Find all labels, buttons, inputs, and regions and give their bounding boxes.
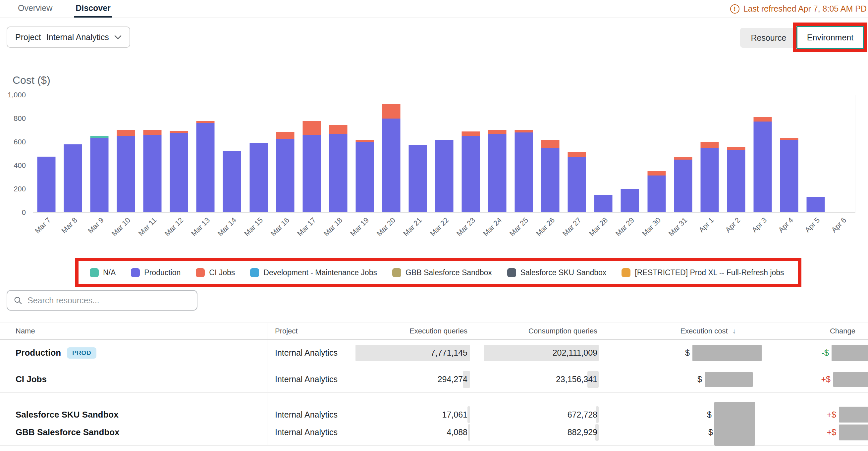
- project-dropdown[interactable]: Project Internal Analytics: [7, 27, 130, 48]
- legend-swatch: [507, 268, 516, 277]
- row-name-cell[interactable]: GBB Salesforce Sandbox: [0, 419, 267, 445]
- bar-group[interactable]: Apr 3: [749, 95, 776, 212]
- resource-name: Salesforce SKU Sandbox: [16, 410, 119, 420]
- bar-group[interactable]: Mar 23: [458, 95, 484, 212]
- bar-group[interactable]: Mar 20: [378, 95, 404, 212]
- row-name-cell[interactable]: CI Jobs: [0, 366, 267, 392]
- x-axis-label: Mar 16: [269, 216, 291, 238]
- x-axis-label: Mar 12: [163, 216, 185, 238]
- legend-item[interactable]: Production: [131, 268, 181, 277]
- bar-group[interactable]: Mar 15: [246, 95, 272, 212]
- table-row[interactable]: Salesforce SKU SandboxInternal Analytics…: [0, 393, 868, 419]
- bar-group[interactable]: Apr 1: [696, 95, 723, 212]
- tab-discover[interactable]: Discover: [74, 0, 112, 18]
- execution-queries-value: 7,771,145: [431, 348, 467, 358]
- bar-group[interactable]: Mar 8: [60, 95, 86, 212]
- redacted-value: [839, 424, 868, 441]
- bar-group[interactable]: Apr 4: [776, 95, 802, 212]
- legend-item[interactable]: CI Jobs: [196, 268, 235, 277]
- chevron-down-icon: [114, 35, 122, 39]
- bar-group[interactable]: Mar 24: [484, 95, 510, 212]
- legend-item[interactable]: N/A: [90, 268, 116, 277]
- bar-group[interactable]: Mar 9: [86, 95, 113, 212]
- bar-group[interactable]: Mar 21: [404, 95, 431, 212]
- change-prefix: -$: [822, 348, 829, 358]
- row-project-cell: Internal Analytics: [267, 375, 394, 384]
- bar-group[interactable]: Mar 16: [272, 95, 299, 212]
- legend-label: CI Jobs: [209, 268, 235, 277]
- bar-segment-ci-jobs: [541, 140, 560, 148]
- column-header-execution-queries[interactable]: Execution queries: [394, 323, 473, 340]
- legend-item[interactable]: [RESTRICTED] Prod XL -- Full-Refresh job…: [621, 268, 784, 277]
- x-axis-label: Apr 6: [830, 216, 848, 234]
- search-input[interactable]: [28, 296, 191, 305]
- bar-segment-ci-jobs: [144, 130, 162, 135]
- legend-swatch: [250, 268, 259, 277]
- bar-segment-production: [408, 145, 427, 212]
- bar-segment-production: [674, 160, 692, 212]
- legend-label: Development - Maintenance Jobs: [264, 268, 377, 277]
- bar-group[interactable]: Mar 7: [33, 95, 60, 212]
- change-prefix: +$: [821, 375, 831, 384]
- x-axis-label: Mar 29: [614, 216, 636, 238]
- table-row[interactable]: CI JobsInternal Analytics294,27423,156,3…: [0, 366, 868, 393]
- bar-group[interactable]: Mar 30: [643, 95, 670, 212]
- prod-badge: PROD: [67, 347, 96, 359]
- project-dropdown-value: Internal Analytics: [46, 32, 109, 42]
- bar-segment-production: [435, 140, 453, 212]
- bar-group[interactable]: Mar 10: [113, 95, 139, 212]
- column-header-consumption-queries[interactable]: Consumption queries: [473, 323, 601, 340]
- bar-stack: [594, 195, 613, 212]
- legend-item[interactable]: Development - Maintenance Jobs: [250, 268, 377, 277]
- bar-group[interactable]: Mar 29: [617, 95, 643, 212]
- legend-item[interactable]: GBB Salesforce Sandbox: [392, 268, 492, 277]
- bar-group[interactable]: Apr 2: [723, 95, 749, 212]
- bar-segment-production: [37, 157, 56, 212]
- bar-group[interactable]: Apr 6: [829, 95, 856, 212]
- bar-group[interactable]: Mar 14: [219, 95, 245, 212]
- bar-group[interactable]: Mar 26: [537, 95, 563, 212]
- row-project-cell: Internal Analytics: [267, 410, 394, 420]
- bar-segment-production: [64, 144, 82, 212]
- bar-stack: [90, 136, 108, 212]
- resource-name: Production: [16, 348, 61, 358]
- consumption-queries-value: 202,111,009: [553, 348, 597, 358]
- y-axis-tick-label: 1,000: [8, 91, 26, 99]
- row-consumption-queries-cell: 882,929: [473, 419, 601, 445]
- warning-icon: !: [730, 4, 740, 13]
- row-change-cell: +$: [740, 424, 868, 441]
- legend-label: Salesforce SKU Sandbox: [521, 268, 607, 277]
- bar-group[interactable]: Mar 22: [431, 95, 458, 212]
- bar-segment-production: [144, 135, 162, 212]
- bar-group[interactable]: Apr 5: [802, 95, 829, 212]
- row-name-cell[interactable]: ProductionPROD: [0, 340, 267, 366]
- tab-overview[interactable]: Overview: [17, 0, 54, 18]
- bar-group[interactable]: Mar 12: [166, 95, 192, 212]
- legend-item[interactable]: Salesforce SKU Sandbox: [507, 268, 607, 277]
- x-axis-label: Apr 4: [777, 216, 796, 234]
- sort-desc-icon[interactable]: ↓: [733, 327, 736, 335]
- bar-group[interactable]: Mar 17: [299, 95, 325, 212]
- bar-group[interactable]: Mar 19: [351, 95, 378, 212]
- column-header-project[interactable]: Project: [267, 327, 394, 335]
- bar-segment-production: [541, 148, 560, 212]
- resource-name: CI Jobs: [16, 374, 47, 384]
- bar-group[interactable]: Mar 13: [192, 95, 219, 212]
- table-body: ProductionPRODInternal Analytics7,771,14…: [0, 340, 868, 446]
- column-header-execution-cost[interactable]: Execution cost ↓: [601, 327, 740, 335]
- environment-toggle-button[interactable]: Environment: [797, 26, 864, 49]
- bar-group[interactable]: Mar 31: [670, 95, 696, 212]
- bar-group[interactable]: Mar 27: [563, 95, 590, 212]
- column-header-name[interactable]: Name: [0, 323, 267, 340]
- bar-group[interactable]: Mar 25: [510, 95, 537, 212]
- bar-stack: [408, 145, 427, 212]
- bar-stack: [249, 143, 268, 212]
- bar-group[interactable]: Mar 28: [590, 95, 617, 212]
- x-axis-label: Mar 31: [667, 216, 689, 238]
- table-row[interactable]: ProductionPRODInternal Analytics7,771,14…: [0, 340, 868, 366]
- resource-toggle-button[interactable]: Resource: [740, 28, 797, 48]
- bar-stack: [621, 189, 639, 212]
- bar-group[interactable]: Mar 11: [139, 95, 166, 212]
- bar-group[interactable]: Mar 18: [325, 95, 351, 212]
- column-header-change[interactable]: Change: [740, 327, 868, 335]
